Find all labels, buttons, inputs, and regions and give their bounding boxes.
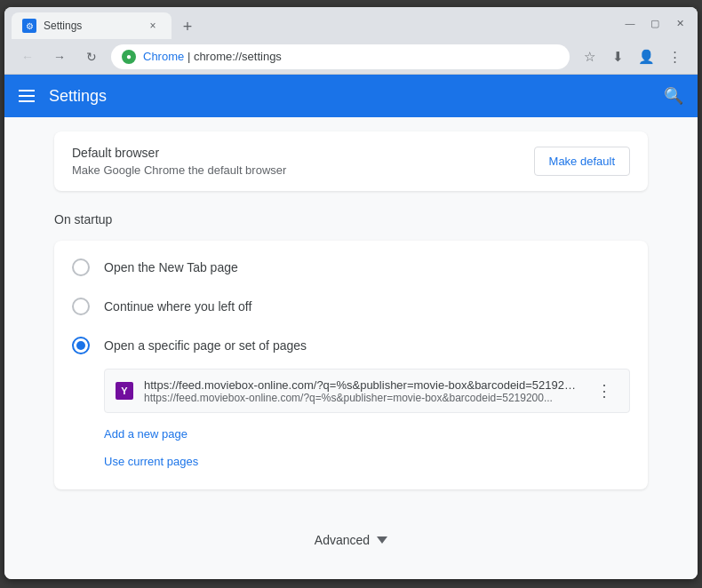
page-entry: Y https://feed.moviebox-online.com/?q=%s… bbox=[104, 369, 630, 413]
address-input[interactable]: ● Chrome | chrome://settings bbox=[111, 44, 570, 69]
site-security-icon: ● bbox=[122, 50, 136, 64]
close-button[interactable]: ✕ bbox=[669, 12, 690, 34]
radio-specific[interactable] bbox=[72, 337, 90, 354]
use-current-pages-link[interactable]: Use current pages bbox=[54, 448, 648, 482]
radio-option-specific[interactable]: Open a specific page or set of pages bbox=[54, 326, 648, 365]
chevron-down-icon bbox=[377, 536, 387, 544]
page-url-container: https://feed.moviebox-online.com/?q=%s&p… bbox=[144, 378, 579, 404]
back-button[interactable]: ← bbox=[15, 44, 40, 69]
advanced-button[interactable]: Advanced bbox=[315, 533, 387, 547]
startup-section-title: On startup bbox=[54, 212, 648, 226]
settings-header: Settings 🔍 bbox=[4, 75, 698, 117]
advanced-label: Advanced bbox=[315, 533, 370, 547]
content-area: Default browser Make Google Chrome the d… bbox=[40, 117, 662, 579]
refresh-button[interactable]: ↻ bbox=[79, 44, 104, 69]
window-controls: — ▢ ✕ bbox=[619, 12, 690, 34]
startup-card: Open the New Tab page Continue where you… bbox=[54, 241, 648, 489]
radio-option-new-tab[interactable]: Open the New Tab page bbox=[54, 248, 648, 287]
radio-option-continue[interactable]: Continue where you left off bbox=[54, 287, 648, 326]
toolbar-icons: ☆ ⬇ 👤 ⋮ bbox=[577, 44, 687, 69]
startup-section: On startup Open the New Tab page Continu… bbox=[54, 212, 648, 489]
default-browser-card: Default browser Make Google Chrome the d… bbox=[54, 131, 648, 191]
radio-new-tab[interactable] bbox=[72, 258, 90, 276]
forward-button[interactable]: → bbox=[47, 44, 72, 69]
add-new-page-link[interactable]: Add a new page bbox=[54, 420, 648, 448]
hamburger-menu-button[interactable] bbox=[19, 90, 35, 102]
page-url-primary: https://feed.moviebox-online.com/?q=%s&p… bbox=[144, 378, 579, 392]
tab-area: ⚙ Settings × + bbox=[12, 7, 616, 39]
radio-continue[interactable] bbox=[72, 298, 90, 315]
maximize-button[interactable]: ▢ bbox=[644, 12, 666, 34]
radio-label-continue: Continue where you left off bbox=[104, 299, 251, 314]
settings-tab[interactable]: ⚙ Settings × bbox=[12, 12, 172, 39]
minimize-button[interactable]: — bbox=[619, 12, 641, 34]
address-domain: Chrome | chrome://settings bbox=[143, 50, 559, 63]
address-bar: ← → ↻ ● Chrome | chrome://settings ☆ ⬇ 👤… bbox=[4, 39, 698, 75]
yahoo-favicon: Y bbox=[116, 382, 133, 400]
radio-label-specific: Open a specific page or set of pages bbox=[104, 338, 307, 353]
bookmark-icon[interactable]: ☆ bbox=[577, 44, 602, 69]
page-entry-more-button[interactable]: ⋮ bbox=[590, 377, 618, 405]
profile-icon[interactable]: 👤 bbox=[634, 44, 658, 69]
tab-label: Settings bbox=[44, 20, 138, 32]
menu-icon[interactable]: ⋮ bbox=[662, 44, 687, 69]
default-browser-title: Default browser bbox=[72, 146, 286, 160]
title-bar: ⚙ Settings × + — ▢ ✕ bbox=[4, 7, 698, 39]
tab-close-button[interactable]: × bbox=[145, 18, 161, 34]
page-url-secondary: https://feed.moviebox-online.com/?q=%s&p… bbox=[144, 392, 579, 404]
default-browser-text: Default browser Make Google Chrome the d… bbox=[72, 146, 286, 177]
radio-label-new-tab: Open the New Tab page bbox=[104, 260, 238, 274]
tab-favicon: ⚙ bbox=[22, 19, 36, 33]
advanced-section: Advanced bbox=[54, 518, 648, 569]
settings-content: Default browser Make Google Chrome the d… bbox=[4, 117, 698, 579]
search-icon[interactable]: 🔍 bbox=[664, 86, 683, 106]
download-icon[interactable]: ⬇ bbox=[605, 44, 630, 69]
default-browser-subtitle: Make Google Chrome the default browser bbox=[72, 163, 286, 177]
new-tab-button[interactable]: + bbox=[175, 14, 200, 39]
make-default-button[interactable]: Make default bbox=[534, 147, 630, 176]
page-title: Settings bbox=[49, 87, 650, 106]
